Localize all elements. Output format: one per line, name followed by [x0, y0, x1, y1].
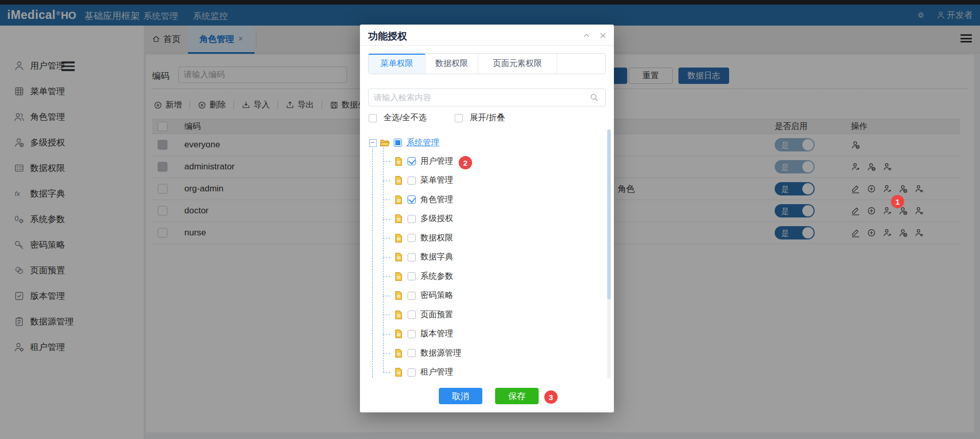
tree-node-数据源管理: 数据源管理 — [368, 344, 606, 362]
tree-checkbox[interactable] — [408, 234, 416, 242]
modal-search-input[interactable] — [368, 89, 606, 106]
tree-node-label: 菜单管理 — [420, 175, 453, 186]
file-icon — [393, 290, 404, 301]
save-button[interactable]: 保存 — [495, 388, 539, 404]
tree-node-系统管理: 系统管理 — [368, 134, 606, 152]
chevron-up-icon[interactable] — [582, 31, 591, 40]
expand-collapse-checkbox[interactable] — [455, 114, 463, 122]
tree-node-label: 页面预置 — [420, 310, 453, 320]
tree-node-角色管理: 角色管理 — [368, 190, 606, 209]
tree-checkbox[interactable] — [408, 195, 416, 204]
tree-node-label[interactable]: 系统管理 — [407, 138, 439, 148]
tree-node-label: 版本管理 — [420, 328, 453, 339]
check-all-label: 全选/全不选 — [384, 113, 427, 123]
tree-node-label: 系统参数 — [420, 271, 453, 282]
tree-checkbox[interactable] — [408, 292, 416, 300]
modal-title: 功能授权 — [368, 30, 407, 43]
modal-tab-1[interactable]: 菜单权限 — [369, 54, 425, 74]
file-icon — [393, 213, 404, 224]
file-icon — [393, 310, 404, 320]
modal-header-divider — [360, 45, 614, 46]
tree-node-密码策略: 密码策略 — [368, 287, 606, 305]
file-icon — [393, 271, 404, 282]
tree-checkbox[interactable] — [408, 330, 416, 338]
folder-icon — [379, 138, 390, 148]
file-icon — [393, 328, 404, 339]
tree-node-label: 用户管理 — [420, 156, 453, 167]
tree-node-label: 角色管理 — [420, 194, 453, 205]
modal-tab-bar: 菜单权限数据权限页面元素权限 — [368, 53, 606, 74]
file-icon — [393, 233, 404, 244]
tree-node-菜单管理: 菜单管理 — [368, 171, 606, 190]
file-icon — [393, 175, 404, 186]
search-icon[interactable] — [589, 93, 599, 102]
tree-checkbox[interactable] — [408, 368, 416, 377]
tree-node-数据字典: 数据字典 — [368, 248, 606, 267]
check-all-checkbox[interactable] — [369, 114, 377, 122]
tree-node-用户管理: 用户管理 — [368, 152, 606, 170]
file-icon — [393, 367, 404, 378]
tree-node-label: 多级授权 — [420, 213, 453, 224]
modal-tab-2[interactable]: 数据权限 — [425, 54, 478, 74]
tree-node-label: 数据字典 — [420, 252, 453, 262]
tree-scrollbar-thumb[interactable] — [607, 129, 611, 299]
tree-checkbox[interactable] — [408, 272, 416, 280]
file-icon — [393, 194, 404, 205]
tree-checkbox[interactable] — [408, 349, 416, 357]
tree-node-label: 租户管理 — [420, 367, 453, 378]
tree-options-row: 全选/全不选 展开/折叠 — [369, 113, 505, 123]
close-icon[interactable] — [599, 31, 607, 40]
step-badge-3: 3 — [544, 390, 558, 404]
tree-node-页面预置: 页面预置 — [368, 305, 606, 324]
tree-scrollbar[interactable] — [607, 129, 611, 379]
tree-collapse-icon[interactable] — [369, 139, 377, 147]
step-badge-1: 1 — [891, 195, 904, 208]
tree-node-多级授权: 多级授权 — [368, 210, 606, 228]
file-icon — [393, 156, 404, 167]
tree-node-label: 数据源管理 — [420, 348, 461, 359]
tree-checkbox[interactable] — [408, 253, 416, 261]
tree-checkbox[interactable] — [408, 215, 416, 223]
tree-node-租户管理: 租户管理 — [368, 363, 606, 379]
cancel-button[interactable]: 取消 — [439, 388, 482, 404]
function-authorization-modal: 功能授权 菜单权限数据权限页面元素权限 全选/全不选 展开/折叠 系统管理用户管… — [360, 25, 614, 412]
tree-node-label: 密码策略 — [420, 290, 453, 301]
tree-checkbox[interactable] — [408, 311, 416, 319]
modal-tab-3[interactable]: 页面元素权限 — [478, 54, 557, 74]
tree-node-版本管理: 版本管理 — [368, 325, 606, 343]
modal-tab-filler — [557, 54, 605, 74]
expand-collapse-label: 展开/折叠 — [470, 113, 504, 123]
tree-checkbox[interactable] — [394, 139, 402, 147]
file-icon — [393, 252, 404, 262]
tree-checkbox[interactable] — [408, 157, 416, 165]
tree-node-label: 数据权限 — [420, 233, 453, 244]
step-badge-2: 2 — [459, 156, 472, 169]
permission-tree: 系统管理用户管理菜单管理角色管理多级授权数据权限数据字典系统参数密码策略页面预置… — [368, 129, 606, 379]
tree-node-系统参数: 系统参数 — [368, 267, 606, 286]
file-icon — [393, 348, 404, 359]
tree-checkbox[interactable] — [408, 177, 416, 185]
tree-node-数据权限: 数据权限 — [368, 229, 606, 247]
